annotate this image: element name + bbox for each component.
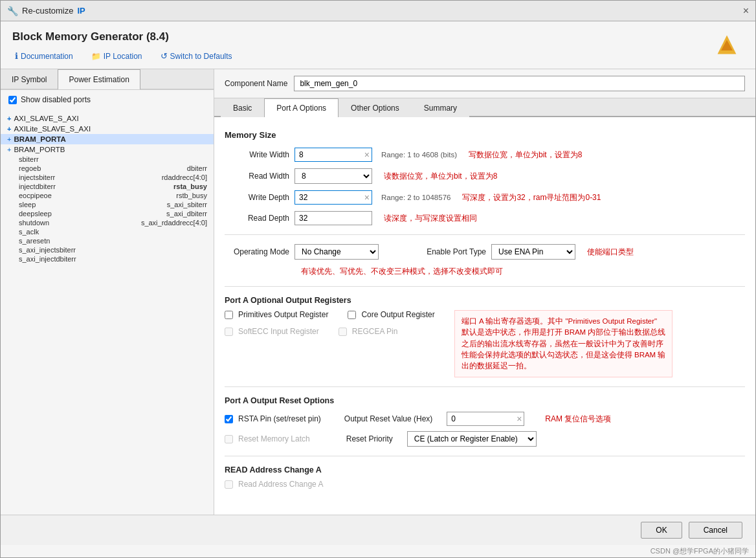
- read-depth-input[interactable]: [295, 211, 372, 225]
- output-reset-value-label: Output Reset Value (Hex): [344, 414, 433, 423]
- read-address-header: READ Address Change A: [225, 465, 745, 474]
- xilinx-logo: [715, 33, 739, 56]
- port-row-injectdbiterr: injectdbiterr rsta_busy: [1, 182, 214, 191]
- close-button[interactable]: ×: [743, 5, 749, 17]
- primitives-output-register-row: Primitives Output Register: [225, 310, 328, 319]
- port-row-shutdown: shutdown s_axi_rdaddrecc[4:0]: [1, 218, 214, 227]
- port-row-regoeb: regoeb dbiterr: [1, 164, 214, 173]
- tree-plus-icon-2: +: [7, 125, 11, 133]
- left-tabs: IP Symbol Power Estimation: [1, 69, 214, 90]
- write-width-row: Write Width × Range: 1 to 4608 (bits) 写数…: [225, 148, 745, 162]
- write-width-label: Write Width: [225, 150, 289, 159]
- read-depth-row: Read Depth 读深度，与写深度设置相同: [225, 211, 745, 225]
- switch-defaults-button[interactable]: ↺ Switch to Defaults: [158, 50, 235, 62]
- port-a-reset-header: Port A Output Reset Options: [225, 396, 745, 405]
- component-name-label: Component Name: [225, 79, 287, 88]
- write-depth-row: Write Depth × Range: 2 to 1048576 写深度，设置…: [225, 190, 745, 205]
- port-row-saresetn: s_aresetn: [1, 236, 214, 245]
- tab-power-estimation[interactable]: Power Estimation: [58, 69, 140, 89]
- soft-ecc-register-row: SoftECC Input Register: [225, 327, 319, 336]
- core-output-register-checkbox[interactable]: [348, 311, 356, 319]
- core-output-register-label: Core Output Register: [361, 310, 434, 319]
- reset-memory-latch-checkbox[interactable]: [225, 435, 233, 443]
- show-disabled-checkbox[interactable]: [8, 96, 17, 104]
- tab-ip-symbol[interactable]: IP Symbol: [1, 69, 58, 89]
- port-row-injectsbiterr: injectsbiterr rdaddrecc[4:0]: [1, 173, 214, 182]
- tab-other-options[interactable]: Other Options: [339, 98, 412, 117]
- write-width-input[interactable]: [295, 148, 372, 162]
- tree-node-axilite[interactable]: + AXILite_SLAVE_S_AXI: [1, 124, 214, 134]
- output-reset-value-input[interactable]: [447, 412, 524, 426]
- reset-memory-latch-row: Reset Memory Latch Reset Priority CE (La…: [225, 431, 745, 447]
- bottom-bar: OK Cancel: [1, 515, 755, 545]
- optional-registers-row1: Primitives Output Register Core Output R…: [225, 310, 435, 323]
- optional-registers-comment: 端口 A 输出寄存器选项。其中 "Primitives Output Regis…: [454, 310, 673, 377]
- refresh-icon: ↺: [161, 51, 168, 61]
- documentation-button[interactable]: ℹ Documentation: [12, 50, 76, 62]
- regcea-pin-label: REGCEA Pin: [352, 327, 398, 336]
- rsta-pin-checkbox[interactable]: [225, 415, 233, 423]
- cancel-button[interactable]: Cancel: [689, 522, 742, 539]
- regcea-pin-checkbox[interactable]: [339, 328, 347, 336]
- write-width-comment: 写数据位宽，单位为bit，设置为8: [469, 150, 582, 161]
- enable-port-type-label: Enable Port Type: [408, 247, 486, 256]
- memory-size-header: Memory Size: [225, 130, 745, 140]
- right-tabs: Basic Port A Options Other Options Summa…: [214, 98, 755, 117]
- enable-port-type-select[interactable]: Use ENA Pin Always Enabled: [491, 244, 575, 260]
- read-address-change-label: Read Address Change A: [238, 480, 323, 489]
- soft-ecc-register-checkbox[interactable]: [225, 328, 233, 336]
- operating-mode-comment: 有读优先、写优先、不改变三种模式，选择不改变模式即可: [301, 267, 503, 276]
- tree-plus-icon: +: [7, 115, 11, 122]
- primitives-output-register-checkbox[interactable]: [225, 311, 233, 319]
- tab-port-a-options[interactable]: Port A Options: [264, 98, 339, 117]
- operating-mode-row: Operating Mode No Change Read First Writ…: [225, 244, 745, 260]
- read-width-label: Read Width: [225, 172, 289, 181]
- write-width-clear-icon[interactable]: ×: [364, 150, 370, 160]
- read-address-change-row: Read Address Change A: [225, 480, 745, 489]
- title-bar: 🔧 Re-customize IP ×: [1, 1, 755, 21]
- component-name-bar: Component Name: [214, 69, 755, 98]
- read-width-row: Read Width 8 读数据位宽，单位为bit，设置为8: [225, 168, 745, 184]
- read-width-select[interactable]: 8: [295, 168, 372, 184]
- enable-port-type-comment: 使能端口类型: [587, 247, 634, 258]
- reset-priority-label: Reset Priority: [346, 434, 393, 443]
- write-depth-input[interactable]: [295, 190, 372, 205]
- tab-summary[interactable]: Summary: [412, 98, 469, 117]
- tab-basic[interactable]: Basic: [221, 98, 264, 117]
- folder-icon: 📁: [91, 52, 101, 61]
- primitives-output-register-label: Primitives Output Register: [238, 310, 328, 319]
- reset-memory-latch-label: Reset Memory Latch: [238, 434, 310, 443]
- info-icon: ℹ: [15, 51, 18, 61]
- app-icon: 🔧: [7, 6, 18, 16]
- tree-node-bram-porta[interactable]: + BRAM_PORTA: [1, 134, 214, 144]
- tree-line-icon-2: +: [7, 146, 11, 153]
- port-row-deepsleep: deepsleep s_axi_dbiterr: [1, 209, 214, 218]
- read-depth-comment: 读深度，与写深度设置相同: [384, 213, 477, 224]
- tree-node-axi-slave[interactable]: + AXI_SLAVE_S_AXI: [1, 113, 214, 124]
- operating-mode-label: Operating Mode: [225, 247, 289, 256]
- port-row-sleep: sleep s_axi_sbiterr: [1, 200, 214, 209]
- operating-mode-select[interactable]: No Change Read First Write First: [295, 244, 379, 260]
- rsta-pin-row: RSTA Pin (set/reset pin) Output Reset Va…: [225, 412, 745, 426]
- ip-location-button[interactable]: 📁 IP Location: [89, 50, 145, 62]
- write-depth-label: Write Depth: [225, 193, 289, 202]
- core-output-register-row: Core Output Register: [348, 310, 434, 319]
- component-name-input[interactable]: [294, 76, 745, 91]
- reset-priority-select[interactable]: CE (Latch or Register Enable) SR (Set/Re…: [407, 431, 537, 447]
- read-depth-label: Read Depth: [225, 214, 289, 223]
- output-reset-value-clear-icon[interactable]: ×: [517, 414, 522, 424]
- read-width-comment: 读数据位宽，单位为bit，设置为8: [384, 171, 497, 182]
- port-a-optional-header: Port A Optional Output Registers: [225, 296, 745, 305]
- watermark: CSDN @想学FPGA的小猪同学: [1, 545, 755, 557]
- app-title: Block Memory Generator (8.4): [12, 30, 235, 43]
- right-content: Memory Size Write Width × Range: 1 to 46…: [214, 117, 755, 515]
- read-address-change-checkbox[interactable]: [225, 480, 233, 489]
- ok-button[interactable]: OK: [641, 522, 682, 539]
- write-depth-clear-icon[interactable]: ×: [364, 192, 370, 203]
- ip-tree: + AXI_SLAVE_S_AXI + AXILite_SLAVE_S_AXI …: [1, 109, 214, 515]
- tree-node-bram-portb[interactable]: + BRAM_PORTB: [1, 144, 214, 155]
- port-row-sbiterr: sbiterr: [1, 155, 214, 164]
- regcea-pin-row: REGCEA Pin: [339, 327, 398, 336]
- show-disabled-label: Show disabled ports: [21, 95, 91, 104]
- write-depth-comment: 写深度，设置为32，ram寻址范围为0-31: [462, 192, 601, 203]
